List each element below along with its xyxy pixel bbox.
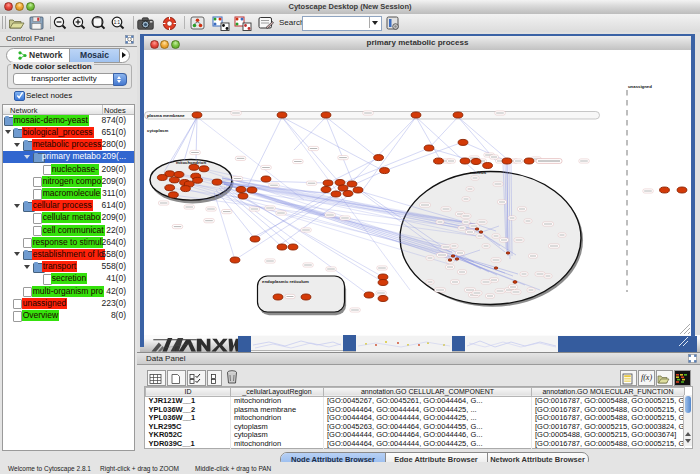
svg-text:endoplasmic reticulum: endoplasmic reticulum (262, 279, 309, 284)
svg-text:1:1: 1:1 (114, 20, 121, 25)
svg-text:plasma membrane: plasma membrane (147, 113, 185, 118)
svg-text:nucleus: nucleus (470, 170, 487, 175)
svg-text:mitochondrion: mitochondrion (176, 160, 206, 165)
svg-text:cytoplasm: cytoplasm (147, 128, 168, 133)
svg-text:unassigned: unassigned (628, 84, 652, 89)
